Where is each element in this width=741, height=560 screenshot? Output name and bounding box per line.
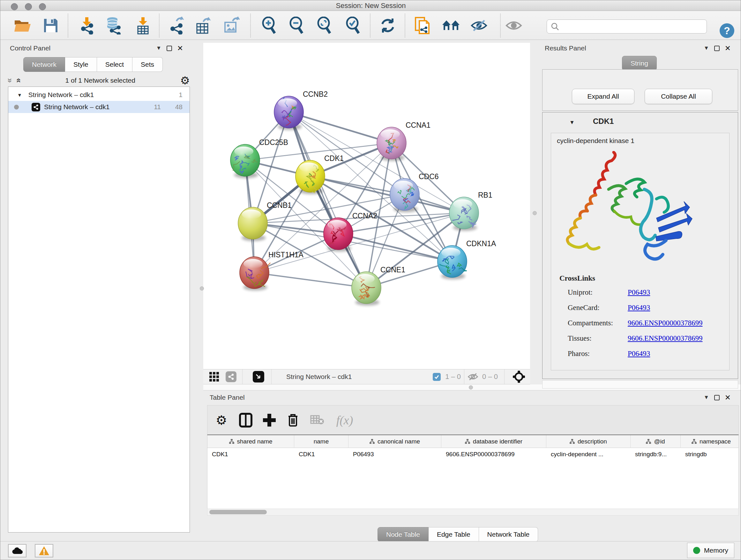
crosslink-link[interactable]: P06493 bbox=[628, 288, 650, 297]
table-row[interactable]: CDK1CDK1P064939606.ENSP00000378699cyclin… bbox=[207, 448, 738, 461]
toolbar-separator bbox=[68, 14, 68, 37]
node-navigator-button[interactable] bbox=[513, 371, 525, 383]
tab-style[interactable]: Style bbox=[65, 57, 97, 72]
collapse-all-networks-icon[interactable]: » bbox=[15, 78, 21, 83]
string-network-graph[interactable]: CCNB2CCNA1CDC25BCDK1CDC6RB1CCNB1CCNA2CDK… bbox=[203, 43, 530, 369]
table-gear-icon[interactable]: ⚙ bbox=[212, 411, 230, 429]
node-label-CDKN1A: CDKN1A bbox=[466, 240, 496, 248]
float-panel-icon[interactable] bbox=[714, 46, 720, 51]
node-CDC25B[interactable]: CDC25B bbox=[230, 138, 288, 178]
close-panel-icon[interactable]: ✕ bbox=[725, 395, 731, 400]
string-import-button[interactable] bbox=[413, 16, 432, 36]
memory-button[interactable]: Memory bbox=[687, 543, 734, 558]
node-CDK1[interactable]: CDK1 bbox=[295, 154, 344, 194]
close-panel-icon[interactable]: ✕ bbox=[177, 46, 183, 51]
crosslink-link[interactable]: 9606.ENSP00000378699 bbox=[628, 319, 703, 327]
export-image-button[interactable] bbox=[222, 16, 242, 36]
columns-icon[interactable] bbox=[237, 411, 255, 429]
tab-sets[interactable]: Sets bbox=[132, 57, 163, 72]
crosslink-link[interactable]: P06493 bbox=[628, 304, 650, 312]
toolbar-separator bbox=[159, 14, 159, 37]
table-cell: CDK1 bbox=[294, 448, 348, 461]
float-panel-icon[interactable] bbox=[166, 46, 172, 51]
expand-all-networks-icon[interactable]: » bbox=[7, 78, 13, 83]
column-header-database-identifier[interactable]: database identifier bbox=[441, 435, 546, 448]
network-share-button[interactable] bbox=[226, 371, 237, 382]
export-table-icon bbox=[196, 17, 211, 35]
close-panel-icon[interactable]: ✕ bbox=[725, 46, 731, 51]
tab-edge-table[interactable]: Edge Table bbox=[428, 527, 479, 542]
table-cell: CDK1 bbox=[207, 448, 294, 461]
search-input[interactable] bbox=[559, 23, 699, 30]
network-canvas[interactable]: CCNB2CCNA1CDC25BCDK1CDC6RB1CCNB1CCNA2CDK… bbox=[203, 43, 530, 369]
zoom-out-button[interactable] bbox=[286, 16, 306, 36]
save-session-button[interactable] bbox=[41, 16, 61, 36]
collapse-panel-icon[interactable]: ▼ bbox=[704, 394, 709, 401]
expand-all-button[interactable]: Expand All bbox=[572, 89, 634, 104]
node-CCNB2[interactable]: CCNB2 bbox=[274, 90, 328, 130]
collapse-panel-icon[interactable]: ▼ bbox=[704, 45, 709, 51]
column-header-name[interactable]: name bbox=[294, 435, 348, 448]
add-column-icon[interactable] bbox=[260, 411, 278, 429]
export-network-button[interactable] bbox=[166, 16, 186, 36]
zoom-in-button[interactable] bbox=[259, 16, 279, 36]
refresh-button[interactable] bbox=[378, 16, 398, 36]
tab-string[interactable]: String bbox=[622, 56, 657, 71]
column-header-shared-name[interactable]: shared name bbox=[207, 435, 294, 448]
delete-column-icon[interactable] bbox=[284, 411, 302, 429]
tree-expander-icon[interactable]: ▼ bbox=[17, 92, 22, 98]
entry-expander-icon[interactable]: ▼ bbox=[569, 119, 575, 126]
tab-node-table[interactable]: Node Table bbox=[378, 527, 428, 542]
hide-glass-ball-button[interactable] bbox=[469, 16, 489, 36]
vertical-splitter-left[interactable] bbox=[200, 287, 204, 291]
table-cell: 9606.ENSP00000378699 bbox=[441, 448, 546, 461]
zoom-fit-button[interactable] bbox=[314, 16, 334, 36]
title-bar: Session: New Session bbox=[0, 0, 741, 11]
tab-network[interactable]: Network bbox=[23, 57, 65, 72]
collapse-panel-icon[interactable]: ▼ bbox=[156, 45, 161, 51]
network-column-icon bbox=[369, 439, 375, 444]
collapse-all-button[interactable]: Collapse All bbox=[645, 89, 712, 104]
string-home-button[interactable] bbox=[441, 16, 461, 36]
column-header-description[interactable]: description bbox=[546, 435, 630, 448]
help-button[interactable]: ? bbox=[720, 23, 734, 38]
node-HIST1H1A[interactable]: HIST1H1A bbox=[240, 251, 304, 291]
crosslink-link[interactable]: P06493 bbox=[628, 350, 650, 358]
column-header-canonical-name[interactable]: canonical name bbox=[348, 435, 441, 448]
crosslink-link[interactable]: 9606.ENSP00000378699 bbox=[628, 334, 703, 343]
node-CDC6[interactable]: CDC6 bbox=[390, 172, 439, 212]
network-collection-row[interactable]: ▼ String Network – cdk1 1 bbox=[8, 89, 190, 101]
import-network-database-button[interactable] bbox=[104, 16, 124, 36]
edge-CCNB2-CCNE1[interactable] bbox=[289, 112, 366, 288]
network-options-gear-icon[interactable]: ⚙ bbox=[180, 76, 190, 85]
selected-checkbox-icon[interactable] bbox=[433, 373, 441, 381]
birds-eye-view-button[interactable] bbox=[207, 368, 221, 386]
import-table-button[interactable] bbox=[133, 16, 153, 36]
cloud-button[interactable] bbox=[8, 544, 26, 557]
import-network-file-button[interactable] bbox=[77, 16, 97, 36]
export-table-button[interactable] bbox=[193, 16, 213, 36]
node-label-CCNB2: CCNB2 bbox=[303, 90, 328, 98]
node-RB1[interactable]: RB1 bbox=[449, 191, 492, 231]
network-row-selected[interactable]: String Network – cdk1 11 48 bbox=[8, 101, 190, 113]
node-label-RB1: RB1 bbox=[478, 191, 492, 199]
warnings-button[interactable] bbox=[35, 544, 53, 557]
table-horizontal-scrollbar[interactable] bbox=[207, 509, 739, 516]
vertical-splitter-right[interactable] bbox=[533, 211, 537, 215]
toolbar-search bbox=[547, 19, 707, 34]
scrollbar-thumb[interactable] bbox=[209, 510, 267, 514]
zoom-selected-button[interactable] bbox=[343, 16, 362, 36]
show-glass-ball-button[interactable] bbox=[504, 16, 524, 36]
control-panel-tabs: Network Style Select Sets bbox=[23, 57, 163, 72]
float-panel-icon[interactable] bbox=[714, 395, 720, 400]
open-in-new-window-button[interactable] bbox=[253, 371, 264, 382]
edge-CCNB2-CCNA1[interactable] bbox=[289, 112, 392, 143]
tab-select[interactable]: Select bbox=[97, 57, 132, 72]
column-header-@id[interactable]: @id bbox=[630, 435, 681, 448]
open-session-button[interactable] bbox=[13, 16, 32, 36]
tab-network-table[interactable]: Network Table bbox=[479, 527, 538, 542]
column-header-label: canonical name bbox=[378, 438, 420, 445]
column-header-namespace[interactable]: namespace bbox=[681, 435, 739, 448]
edge-HIST1H1A-CCNE1[interactable] bbox=[254, 273, 366, 288]
node-CDKN1A[interactable]: CDKN1A bbox=[437, 240, 496, 279]
